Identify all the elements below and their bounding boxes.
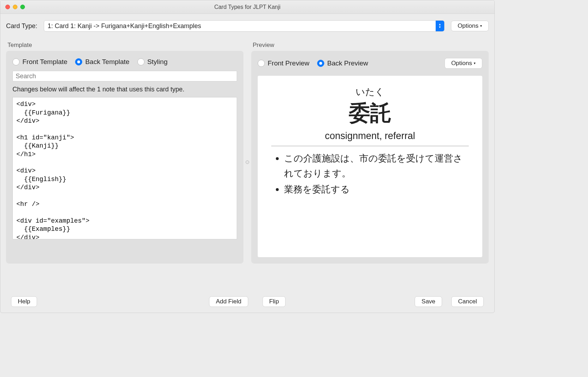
preview-furigana: いたく [268,86,472,98]
radio-icon [258,60,265,67]
titlebar: Card Types for JLPT Kanji [0,0,494,14]
footer: Help Add Field Flip Save Cancel [0,296,494,307]
preview-radio-row: Front Preview Back Preview [258,59,368,67]
card-type-row: Card Type: 1: Card 1: Kanji -> Furigana+… [6,20,489,32]
search-input[interactable] [12,71,237,81]
preview-kanji: 委託 [268,99,472,128]
options-button-top[interactable]: Options ▾ [451,21,489,31]
window: Card Types for JLPT Kanji Card Type: 1: … [0,0,495,313]
card-type-select-value: 1: Card 1: Kanji -> Furigana+Kanji+Engli… [44,20,445,32]
radio-front-preview[interactable]: Front Preview [258,59,309,67]
splitter-handle[interactable] [246,160,249,164]
radio-styling[interactable]: Styling [137,58,168,66]
caret-down-icon: ▾ [473,61,476,65]
radio-icon [317,60,324,67]
template-panel: Front Template Back Template Styling Cha… [6,51,243,264]
options-button-preview[interactable]: Options ▾ [445,58,482,69]
window-controls [0,5,25,9]
minimize-window-button[interactable] [13,5,17,9]
template-code-editor[interactable] [12,97,237,239]
radio-front-template[interactable]: Front Template [12,58,67,66]
preview-divider [271,146,469,146]
select-stepper-icon: ▲▼ [436,21,444,31]
preview-english: consignment, referral [268,131,472,142]
caret-down-icon: ▾ [479,24,482,28]
preview-examples-list: この介護施設は、市の委託を受けて運営されております。 業務を委託する [268,151,472,197]
preview-section-label: Preview [253,42,489,49]
preview-header: Front Preview Back Preview Options ▾ [258,58,482,69]
zoom-window-button[interactable] [20,5,25,9]
template-column: Template Front Template Back Template [6,42,243,264]
close-window-button[interactable] [5,5,10,9]
preview-example-item: 業務を委託する [284,182,472,197]
save-button[interactable]: Save [415,296,442,307]
template-section-label: Template [7,42,243,49]
affected-notes-hint: Changes below will affect the 1 note tha… [12,85,237,94]
window-title: Card Types for JLPT Kanji [0,4,494,10]
template-radio-row: Front Template Back Template Styling [12,58,237,66]
radio-back-template[interactable]: Back Template [75,58,129,66]
preview-card: いたく 委託 consignment, referral この介護施設は、市の委… [258,76,482,257]
content: Card Type: 1: Card 1: Kanji -> Furigana+… [0,14,494,264]
preview-panel: Front Preview Back Preview Options ▾ [251,51,489,264]
radio-icon [12,58,20,65]
radio-icon [75,58,82,65]
cancel-button[interactable]: Cancel [451,296,484,307]
columns: Template Front Template Back Template [6,42,489,264]
add-field-button[interactable]: Add Field [209,296,248,307]
card-type-label: Card Type: [6,22,37,30]
radio-back-preview[interactable]: Back Preview [317,59,368,67]
preview-column: Preview Front Preview Back Preview [251,42,489,264]
card-type-select[interactable]: 1: Card 1: Kanji -> Furigana+Kanji+Engli… [44,20,445,32]
help-button[interactable]: Help [11,296,37,307]
flip-button[interactable]: Flip [262,296,285,307]
preview-example-item: この介護施設は、市の委託を受けて運営されております。 [284,151,472,181]
radio-icon [137,58,145,65]
